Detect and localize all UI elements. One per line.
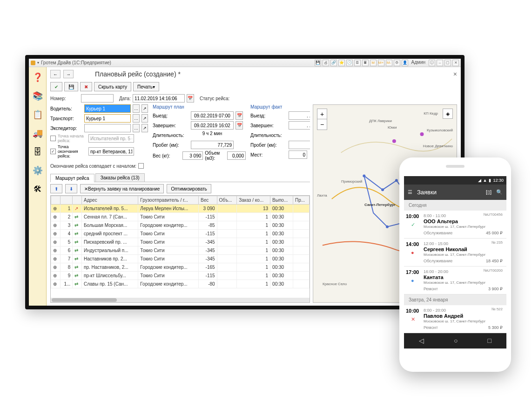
plan-mileage-input[interactable]: [191, 141, 234, 149]
approve-button[interactable]: ✔: [50, 82, 62, 91]
transport-select-button[interactable]: …: [133, 114, 139, 123]
driver-select-button[interactable]: …: [133, 104, 139, 113]
calc-icon[interactable]: 🗓: [354, 60, 361, 66]
number-input[interactable]: [81, 94, 114, 103]
table-row[interactable]: ⊕1...⇄Славы пр. 15 (Сан...Городские конд…: [51, 280, 310, 288]
user-icon[interactable]: 👤: [402, 60, 408, 66]
mem-m-button[interactable]: M: [370, 60, 377, 66]
sidebar-db-icon[interactable]: 🗄: [31, 145, 44, 158]
sidebar-gear-icon[interactable]: ⚙️: [31, 164, 44, 177]
request-card[interactable]: 10:00✕№ 5228:00 - 20:00Павлов АндрейМоск…: [404, 305, 506, 333]
menu-icon[interactable]: ☰: [408, 189, 412, 195]
zoom-in-button[interactable]: +: [317, 109, 327, 119]
zoom-out-button[interactable]: −: [317, 119, 327, 130]
grid-column-header[interactable]: Грузоотправитель / г...: [138, 196, 199, 205]
sidebar-help-icon[interactable]: ❓: [31, 71, 44, 84]
link-icon[interactable]: 🔗: [330, 60, 337, 66]
table-row[interactable]: ⊕1↗Испытателей пр. 5...Леруа Мерлен Испы…: [51, 205, 310, 213]
start-point-input[interactable]: [88, 134, 134, 143]
dropdown-icon[interactable]: ▾: [37, 61, 39, 65]
transport-input[interactable]: [84, 114, 131, 123]
fact-depart-input[interactable]: [289, 111, 310, 120]
fact-finish-input[interactable]: [289, 121, 310, 130]
end-point-checkbox[interactable]: [50, 149, 56, 154]
grid-column-header[interactable]: Вес: [199, 196, 217, 205]
save-button[interactable]: 💾: [64, 82, 78, 91]
hide-map-button[interactable]: Скрыть карту: [94, 82, 131, 91]
date-picker-button[interactable]: 📅: [187, 94, 194, 103]
sidebar-tools-icon[interactable]: 🛠: [31, 183, 44, 196]
end-same-checkbox[interactable]: [138, 163, 144, 169]
date-input[interactable]: [133, 94, 185, 103]
grid-scrollbar[interactable]: [51, 298, 310, 302]
forward-button[interactable]: →: [63, 70, 74, 78]
transport-open-button[interactable]: ↗: [141, 114, 148, 123]
mem-mminus-button[interactable]: M-: [386, 60, 392, 66]
nav-recent-button[interactable]: □: [488, 337, 492, 344]
request-card[interactable]: 14:00●№ 23512:00 - 15:00Сергеев НиколайМ…: [404, 239, 506, 267]
tab-orders[interactable]: Заказы рейса (13): [95, 173, 145, 182]
table-row[interactable]: ⊕7⇄Наставников пр. 2...Токио Сити-345100…: [51, 255, 310, 263]
expeditor-input[interactable]: [84, 124, 131, 132]
grid-column-header[interactable]: Адрес: [82, 196, 138, 205]
driver-input[interactable]: [84, 104, 131, 113]
tab-route[interactable]: Маршрут рейса: [50, 174, 94, 182]
plan-depart-input[interactable]: [191, 111, 234, 120]
info-icon[interactable]: ⓘ: [429, 60, 435, 66]
grid-column-header[interactable]: [60, 196, 73, 205]
grid-column-header[interactable]: Пр...: [293, 196, 310, 205]
plan-finish-cal-button[interactable]: 📅: [236, 121, 243, 130]
calc2-icon[interactable]: 🖩: [362, 60, 369, 66]
search-icon[interactable]: 🔍: [496, 189, 503, 195]
save-icon[interactable]: 💾: [315, 60, 321, 66]
driver-open-button[interactable]: ↗: [141, 104, 148, 113]
settings-icon[interactable]: ⚙: [394, 60, 400, 66]
nav-back-button[interactable]: ◁: [419, 337, 424, 344]
optimize-button[interactable]: Оптимизировать: [167, 184, 211, 193]
table-row[interactable]: ⊕6⇄Индустриальный п...Токио Сити-345100:…: [51, 246, 310, 255]
end-point-input[interactable]: [88, 147, 134, 156]
print-button[interactable]: Печать ▾: [133, 82, 159, 91]
route-grid[interactable]: АдресГрузоотправитель / г...ВесОбъ...Зак…: [50, 195, 310, 303]
plan-finish-input[interactable]: [191, 121, 234, 130]
close-page-button[interactable]: ×: [453, 70, 457, 78]
table-row[interactable]: ⊕8⇄пр. Наставников, 2...Городские кондит…: [51, 263, 310, 272]
plan-depart-cal-button[interactable]: 📅: [236, 111, 243, 120]
table-row[interactable]: ⊕4⇄средний проспект ...Токио Сити-115100…: [51, 230, 310, 238]
mem-mplus-button[interactable]: M+: [378, 60, 384, 66]
print-icon[interactable]: 🖨: [323, 60, 329, 66]
fact-mileage-input[interactable]: [289, 141, 310, 149]
expeditor-open-button[interactable]: ↗: [141, 124, 148, 132]
maximize-button[interactable]: ▢: [444, 60, 451, 66]
sidebar-books-icon[interactable]: 📚: [31, 89, 44, 103]
table-row[interactable]: ⊕5⇄Пискаревский пр. ...Токио Сити-345100…: [51, 238, 310, 246]
close-button[interactable]: ✕: [452, 60, 459, 66]
sidebar-truck-icon[interactable]: 🚚: [31, 127, 44, 140]
minimize-button[interactable]: –: [437, 60, 443, 66]
grid-column-header[interactable]: [51, 196, 61, 205]
start-point-checkbox[interactable]: [50, 136, 56, 141]
request-card[interactable]: 10:00✓№UT004568:00 - 11:00ООО АльтераМос…: [404, 211, 506, 239]
back-button[interactable]: ←: [50, 70, 61, 78]
scan-icon[interactable]: [▯]: [486, 189, 492, 195]
grid-column-header[interactable]: [73, 196, 82, 205]
history-icon[interactable]: 🕓: [346, 60, 353, 66]
weight-input[interactable]: [182, 151, 203, 160]
cancel-button[interactable]: ✖: [80, 82, 92, 91]
layers-button[interactable]: ◈: [443, 109, 453, 119]
table-row[interactable]: ⊕3⇄Большая Морская...Городские кондитер.…: [51, 221, 310, 230]
grid-column-header[interactable]: Выпо...: [270, 196, 293, 205]
expeditor-select-button[interactable]: …: [133, 124, 139, 132]
table-row[interactable]: ⊕9⇄пр-кт Шлиссельбу...Токио Сити-115100:…: [51, 272, 310, 280]
seats-input[interactable]: [289, 150, 307, 159]
nav-home-button[interactable]: ○: [454, 337, 458, 344]
grid-column-header[interactable]: Объ...: [217, 196, 237, 205]
sidebar-clipboard-icon[interactable]: 📋: [31, 108, 44, 121]
table-row[interactable]: ⊕2⇄Сенная пл. 7 (Сан...Токио Сити-115100…: [51, 213, 310, 221]
move-down-button[interactable]: ⬇: [65, 184, 77, 193]
move-up-button[interactable]: ⬆: [50, 184, 62, 193]
request-card[interactable]: 17:00●№UT0020016:00 - 20:00КантатаМосков…: [404, 267, 506, 294]
grid-column-header[interactable]: Заказ / ко...: [237, 196, 270, 205]
volume-input[interactable]: [227, 151, 246, 160]
return-request-button[interactable]: ✕ Вернуть заявку на планирование: [80, 184, 164, 193]
